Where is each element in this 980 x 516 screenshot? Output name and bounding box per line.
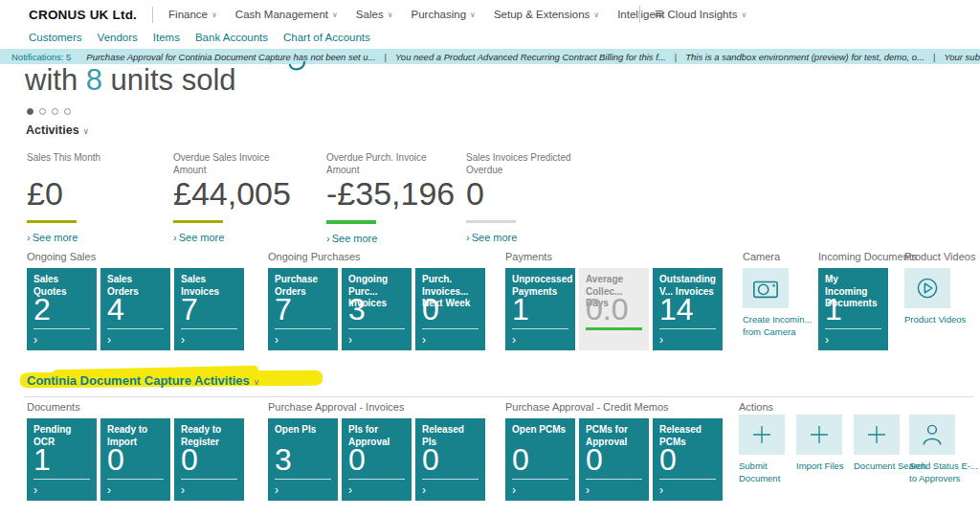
cue-tile-open-pis[interactable]: Open PIs 3 › — [268, 418, 338, 501]
menu-intelligent-cloud-insights[interactable]: Intelligent Cloud Insights∨ — [617, 9, 746, 20]
cue-tile-purch-invoices-next-week[interactable]: Purch. Invoices... Next Week 0 › — [415, 268, 485, 350]
chevron-right-icon: › — [33, 484, 37, 496]
cue-tile-my-incoming-documents[interactable]: My Incoming Documents 1 › — [818, 268, 888, 350]
plus-icon — [864, 422, 889, 447]
cue-tile-ready-to-import[interactable]: Ready to Import 0 › — [100, 418, 170, 501]
cue-tile-open-pcms[interactable]: Open PCMs 0 › — [505, 418, 575, 501]
menu-setup-extensions[interactable]: Setup & Extensions∨ — [494, 9, 599, 20]
headline-carousel-dots — [27, 108, 71, 115]
see-more-link[interactable]: ›See more — [27, 232, 161, 243]
nav-link-vendors[interactable]: Vendors — [98, 32, 138, 43]
action-label[interactable]: Send Status E-... to Approvers — [909, 460, 978, 485]
see-more-link[interactable]: ›See more — [466, 232, 600, 243]
cue-tile-outstanding-vendor-invoices[interactable]: Outstanding V... Invoices 14 › — [653, 268, 723, 350]
notification-message[interactable]: Purchase Approval for Continia Document … — [86, 52, 375, 62]
action-label[interactable]: Product Videos — [904, 314, 979, 326]
nav-link-chart-of-accounts[interactable]: Chart of Accounts — [283, 32, 370, 43]
notification-message[interactable]: Your subscription has been canceled. Ple… — [944, 52, 980, 62]
cue-tile-ongoing-purchase-invoices[interactable]: Ongoing Purc... Invoices 3 › — [342, 268, 412, 350]
cue-tile-released-pis[interactable]: Released PIs 0 › — [415, 418, 485, 501]
chevron-right-icon: › — [173, 232, 177, 243]
cue-tile-average-collection-days[interactable]: Average Collec... Days 0.0 — [579, 268, 649, 350]
plus-icon — [807, 422, 832, 447]
hamburger-menu-icon[interactable]: ≡ — [655, 5, 663, 21]
chevron-down-icon: ∨ — [470, 11, 476, 19]
chevron-right-icon: › — [181, 334, 185, 346]
document-search-button[interactable] — [854, 415, 900, 455]
kpi-underline — [173, 220, 223, 223]
notification-separator: | — [933, 52, 935, 62]
company-name[interactable]: CRONUS UK Ltd. — [29, 8, 137, 22]
activities-section-header[interactable]: Activities∨ — [26, 123, 89, 137]
cue-tile-ready-to-register[interactable]: Ready to Register 0 › — [174, 418, 244, 501]
cue-tile-released-pcms[interactable]: Released PCMs 0 › — [653, 418, 723, 501]
action-send-status-email-to-approvers: Send Status E-... to Approvers — [909, 415, 978, 485]
chevron-down-icon: ∨ — [332, 11, 338, 19]
cue-tile-sales-orders[interactable]: Sales Orders 4 › — [100, 268, 170, 350]
notifications-count[interactable]: Notifications: 5 — [11, 52, 71, 62]
menu-cash-management[interactable]: Cash Management∨ — [235, 9, 338, 20]
kpi-sales-invoices-predicted-overdue: Sales Invoices Predicted Overdue 0 ›See … — [466, 151, 600, 243]
cue-tile-purchase-orders[interactable]: Purchase Orders 7 › — [268, 268, 338, 350]
notification-separator: | — [675, 52, 677, 62]
notification-separator: | — [385, 52, 387, 62]
action-label[interactable]: Create Incomin... from Camera — [743, 314, 819, 339]
menu-sales[interactable]: Sales∨ — [356, 9, 393, 20]
nav-divider — [639, 6, 640, 23]
chevron-right-icon: › — [422, 484, 426, 496]
notification-message[interactable]: This is a sandbox environment (preview) … — [685, 52, 924, 62]
product-videos-button[interactable] — [904, 268, 950, 308]
kpi-overdue-sales-invoice-amount: Overdue Sales Invoice Amount £44,005 ›Se… — [173, 151, 307, 243]
chevron-right-icon: › — [512, 484, 516, 496]
nav-link-items[interactable]: Items — [153, 32, 180, 43]
carousel-dot[interactable] — [64, 108, 71, 115]
headline-text: with 8 units sold — [25, 63, 236, 98]
carousel-dot[interactable] — [39, 108, 46, 115]
chevron-down-icon: ∨ — [254, 377, 260, 387]
chevron-down-icon: ∨ — [741, 11, 746, 19]
notification-bar: Notifications: 5 Purchase Approval for C… — [0, 49, 980, 64]
submit-document-button[interactable] — [739, 415, 785, 455]
see-more-link[interactable]: ›See more — [173, 232, 307, 243]
nav-link-customers[interactable]: Customers — [29, 32, 82, 43]
chevron-right-icon: › — [326, 233, 330, 244]
cue-group-incoming-documents: Incoming Documents My Incoming Documents… — [818, 251, 917, 350]
action-import-files: Import Files — [796, 415, 854, 473]
see-more-link[interactable]: ›See more — [326, 233, 460, 244]
nav-link-bank-accounts[interactable]: Bank Accounts — [195, 32, 268, 43]
menu-finance[interactable]: Finance∨ — [168, 9, 217, 20]
person-icon-button[interactable] — [909, 415, 955, 455]
chevron-right-icon: › — [659, 334, 663, 346]
plus-icon — [749, 422, 774, 447]
cue-group-product-videos: Product Videos Product Videos — [904, 251, 979, 326]
carousel-dot[interactable] — [27, 108, 33, 115]
cue-tile-sales-invoices[interactable]: Sales Invoices 7 › — [174, 268, 244, 350]
top-navigation-bar: CRONUS UK Ltd. Finance∨ Cash Management∨… — [0, 0, 980, 29]
cue-tile-pcms-for-approval[interactable]: PCMs for Approval 0 › — [579, 418, 649, 501]
section-divider — [24, 396, 973, 397]
chevron-down-icon: ∨ — [593, 11, 599, 19]
sub-navigation-bar: Customers Vendors Items Bank Accounts Ch… — [29, 32, 370, 43]
role-center-dashboard: CRONUS UK Ltd. Finance∨ Cash Management∨… — [0, 0, 980, 516]
chevron-right-icon: › — [348, 334, 352, 346]
camera-icon — [751, 275, 780, 302]
cue-tile-pending-ocr[interactable]: Pending OCR 1 › — [27, 418, 97, 501]
headline-emphasis: 8 — [86, 63, 102, 97]
import-files-button[interactable] — [796, 415, 842, 455]
notification-message[interactable]: You need a Product Advanced Recurring Co… — [395, 52, 666, 62]
create-incoming-from-camera-button[interactable] — [743, 268, 789, 308]
menu-purchasing[interactable]: Purchasing∨ — [412, 9, 476, 20]
chevron-down-icon: ∨ — [83, 126, 90, 136]
action-submit-document: Submit Document — [739, 415, 787, 485]
cue-tile-pis-for-approval[interactable]: PIs for Approval 0 › — [342, 418, 412, 501]
carousel-dot[interactable] — [52, 108, 58, 115]
action-label[interactable]: Import Files — [796, 460, 854, 473]
continia-section-header[interactable]: Continia Document Capture Activities∨ — [27, 373, 259, 388]
cue-tile-unprocessed-payments[interactable]: Unprocessed Payments 1 › — [505, 268, 575, 350]
chevron-right-icon: › — [33, 334, 37, 346]
cue-group-ongoing-purchases: Ongoing Purchases Purchase Orders 7 › On… — [268, 251, 485, 350]
action-label[interactable]: Submit Document — [739, 460, 787, 485]
chevron-right-icon: › — [659, 484, 663, 496]
cue-tile-sales-quotes[interactable]: Sales Quotes 2 › — [27, 268, 97, 350]
chevron-down-icon: ∨ — [388, 11, 393, 19]
